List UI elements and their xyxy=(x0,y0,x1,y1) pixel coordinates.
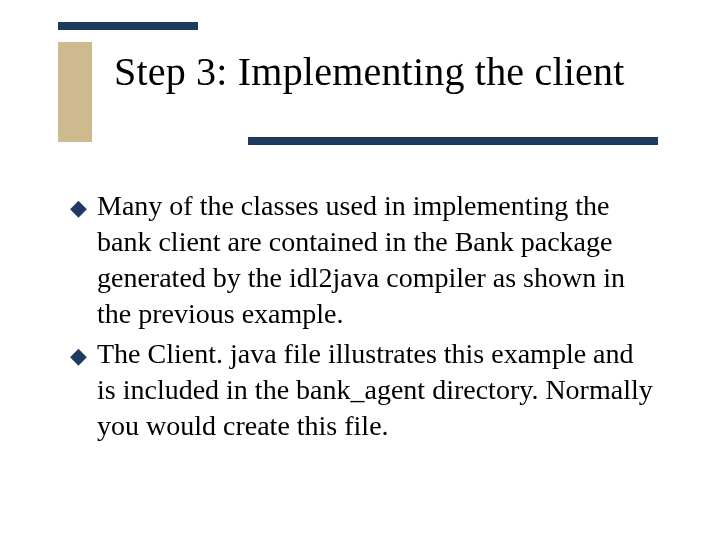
bullet-icon: ◆ xyxy=(70,338,87,374)
list-item: ◆ The Client. java file illustrates this… xyxy=(70,336,658,444)
decorative-mid-bar xyxy=(248,137,658,145)
content-area: ◆ Many of the classes used in implementi… xyxy=(70,188,658,448)
bullet-text: Many of the classes used in implementing… xyxy=(97,188,658,332)
slide: Step 3: Implementing the client ◆ Many o… xyxy=(0,0,720,540)
slide-title: Step 3: Implementing the client xyxy=(114,48,625,95)
decorative-top-bar xyxy=(58,22,198,30)
bullet-text: The Client. java file illustrates this e… xyxy=(97,336,658,444)
decorative-left-accent xyxy=(58,42,92,142)
bullet-icon: ◆ xyxy=(70,190,87,226)
list-item: ◆ Many of the classes used in implementi… xyxy=(70,188,658,332)
